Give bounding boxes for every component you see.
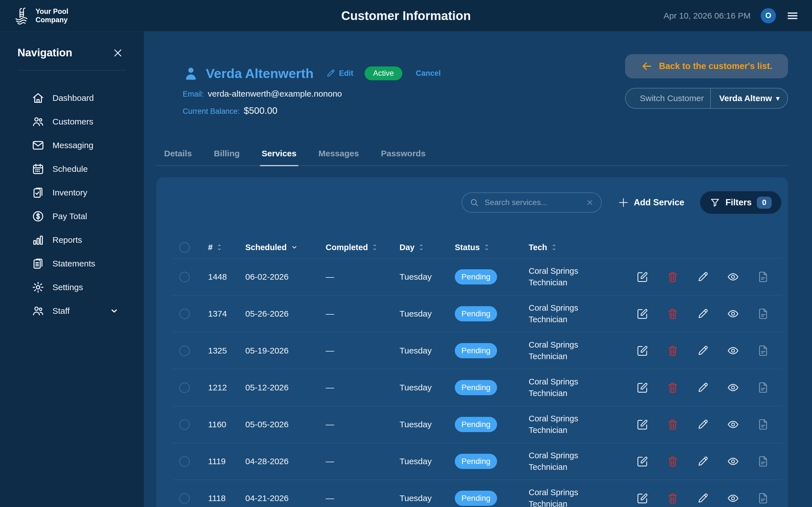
column-header-day[interactable]: Day [390, 243, 455, 252]
sidebar-item-reports[interactable]: Reports [0, 228, 144, 252]
filters-button[interactable]: Filters 0 [700, 191, 781, 214]
balance-label: Current Balance: [183, 107, 240, 116]
tab-services[interactable]: Services [260, 149, 298, 166]
clear-search-icon[interactable] [586, 199, 594, 207]
service-document-icon[interactable] [757, 492, 769, 504]
view-service-icon[interactable] [727, 307, 739, 320]
delete-service-icon[interactable] [666, 344, 679, 357]
sidebar-item-schedule[interactable]: Schedule [0, 157, 144, 181]
table-row: 111804-21-2026—TuesdayPendingCoral Sprin… [172, 480, 782, 507]
tab-passwords[interactable]: Passwords [379, 149, 427, 165]
edit-service-icon[interactable] [637, 418, 649, 431]
row-actions [633, 381, 782, 394]
service-document-icon[interactable] [757, 344, 769, 357]
edit-service-icon[interactable] [637, 455, 649, 467]
delete-service-icon[interactable] [666, 492, 679, 504]
column-header-status[interactable]: Status [455, 243, 529, 252]
service-tech: Coral Springs Technician [529, 339, 599, 362]
view-service-icon[interactable] [727, 381, 739, 394]
quick-edit-icon[interactable] [697, 418, 709, 431]
row-actions [633, 455, 782, 467]
edit-service-icon[interactable] [637, 344, 649, 357]
service-day: Tuesday [390, 383, 455, 392]
service-document-icon[interactable] [757, 307, 769, 320]
chevron-down-icon[interactable] [109, 306, 119, 316]
edit-service-icon[interactable] [637, 271, 649, 283]
row-checkbox[interactable] [179, 493, 190, 504]
row-checkbox[interactable] [179, 272, 190, 282]
customer-header: Verda Altenwerth Edit Active Cancel Emai… [156, 54, 788, 116]
column-header-num[interactable]: # [199, 243, 236, 252]
close-icon[interactable] [112, 47, 123, 59]
sidebar-title: Navigation [17, 47, 72, 59]
balance-value: $500.00 [244, 105, 277, 116]
dollar-circle-icon [32, 210, 45, 223]
column-header-tech[interactable]: Tech [529, 243, 633, 252]
back-to-customers-button[interactable]: Back to the customer's list. [625, 54, 788, 78]
column-header-scheduled[interactable]: Scheduled [236, 243, 316, 252]
quick-edit-icon[interactable] [697, 344, 709, 357]
edit-service-icon[interactable] [637, 307, 649, 320]
select-all-checkbox[interactable] [179, 242, 190, 252]
status-badge: Pending [455, 269, 497, 284]
row-checkbox[interactable] [179, 346, 190, 356]
search-services-box[interactable] [462, 192, 602, 213]
delete-service-icon[interactable] [666, 271, 679, 283]
service-scheduled-date: 04-21-2026 [236, 494, 316, 503]
service-day: Tuesday [390, 272, 455, 282]
sidebar-item-pay-total[interactable]: Pay Total [0, 205, 144, 228]
view-service-icon[interactable] [727, 418, 739, 431]
delete-service-icon[interactable] [666, 455, 679, 467]
edit-service-icon[interactable] [637, 492, 649, 504]
company-logo[interactable]: Your Pool Company [13, 6, 68, 25]
search-icon [469, 198, 479, 207]
view-service-icon[interactable] [727, 455, 739, 467]
tab-details[interactable]: Details [162, 149, 193, 165]
quick-edit-icon[interactable] [697, 381, 709, 394]
tab-messages[interactable]: Messages [317, 149, 361, 165]
service-document-icon[interactable] [757, 455, 769, 467]
service-document-icon[interactable] [757, 381, 769, 394]
row-checkbox[interactable] [179, 419, 190, 430]
user-avatar[interactable]: O [761, 8, 776, 23]
row-checkbox[interactable] [179, 309, 190, 319]
sidebar-item-statements[interactable]: Statements [0, 252, 144, 276]
service-completed-date: — [316, 383, 390, 392]
sidebar-item-staff[interactable]: Staff [0, 299, 144, 323]
sort-toggle-icon [418, 243, 424, 251]
sidebar-item-dashboard[interactable]: Dashboard [0, 86, 144, 110]
service-scheduled-date: 05-19-2026 [236, 346, 316, 355]
quick-edit-icon[interactable] [697, 455, 709, 467]
add-service-button[interactable]: Add Service [616, 196, 686, 209]
quick-edit-icon[interactable] [697, 271, 709, 283]
view-service-icon[interactable] [727, 492, 739, 504]
view-service-icon[interactable] [727, 344, 739, 357]
customer-status-badge: Active [364, 66, 402, 80]
switch-customer-control[interactable]: Switch Customer Verda Altenw ▾ [625, 88, 788, 109]
service-document-icon[interactable] [757, 418, 769, 431]
sidebar-item-settings[interactable]: Settings [0, 276, 144, 299]
status-badge: Pending [455, 491, 497, 506]
service-document-icon[interactable] [757, 271, 769, 283]
search-input[interactable] [484, 198, 581, 207]
service-scheduled-date: 04-28-2026 [236, 457, 316, 466]
sort-toggle-icon [372, 243, 377, 251]
quick-edit-icon[interactable] [697, 492, 709, 504]
sidebar-item-messaging[interactable]: Messaging [0, 133, 144, 157]
delete-service-icon[interactable] [666, 381, 679, 394]
row-checkbox[interactable] [179, 383, 190, 393]
tab-billing[interactable]: Billing [212, 149, 241, 165]
column-header-completed[interactable]: Completed [316, 243, 390, 252]
service-completed-date: — [316, 272, 390, 282]
row-checkbox[interactable] [179, 456, 190, 467]
delete-service-icon[interactable] [666, 307, 679, 320]
hamburger-menu-icon[interactable] [786, 9, 799, 22]
sidebar-item-inventory[interactable]: Inventory [0, 181, 144, 205]
edit-customer-button[interactable]: Edit [326, 68, 353, 78]
delete-service-icon[interactable] [666, 418, 679, 431]
sidebar-item-customers[interactable]: Customers [0, 110, 144, 133]
view-service-icon[interactable] [727, 271, 739, 283]
edit-service-icon[interactable] [637, 381, 649, 394]
quick-edit-icon[interactable] [697, 307, 709, 320]
cancel-link[interactable]: Cancel [416, 69, 441, 78]
